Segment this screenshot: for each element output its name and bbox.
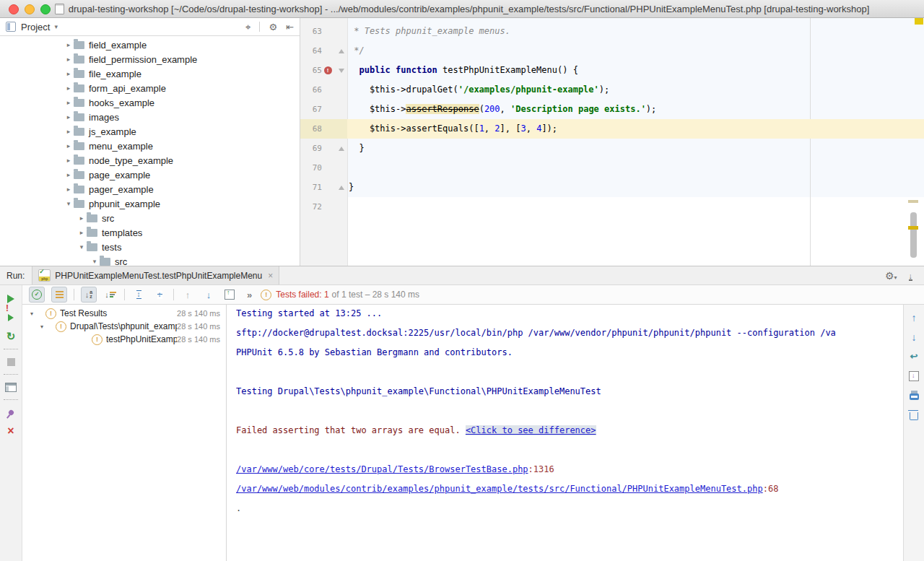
code-line[interactable]: 64 */ (300, 41, 924, 61)
chevron-right-icon[interactable]: ▸ (64, 171, 74, 178)
scroll-down-button[interactable]: ↓ (912, 331, 917, 342)
code-line[interactable]: 72 (300, 197, 924, 217)
code-line[interactable]: 65! public function testPhpUnitExampleMe… (300, 61, 924, 80)
project-tree-item[interactable]: ▸js_example (0, 124, 300, 139)
locate-file-button[interactable]: ⌖ (245, 22, 250, 32)
test-result-row[interactable]: ▾!Test Results28 s 140 ms (22, 307, 226, 320)
gear-icon[interactable]: ⚙ (269, 22, 277, 32)
close-window-button[interactable] (9, 4, 19, 14)
console-line: sftp://docker@drupaltest.docksal:2225/us… (236, 328, 903, 347)
project-item-label: src (102, 213, 114, 224)
test-console-output[interactable]: Testing started at 13:25 ...sftp://docke… (227, 305, 903, 561)
scroll-to-end-button[interactable] (909, 370, 919, 381)
project-tree-item[interactable]: ▸src (0, 211, 300, 225)
toggle-auto-test-button[interactable]: ↻ (0, 327, 22, 346)
fullscreen-window-button[interactable] (40, 4, 51, 14)
chevron-down-icon[interactable]: ▾ (54, 23, 58, 30)
project-tree-item[interactable]: ▸form_api_example (0, 81, 300, 95)
fold-start-icon[interactable] (339, 69, 344, 73)
gear-icon[interactable]: ⚙▾ (885, 271, 897, 281)
project-tree-item[interactable]: ▸page_example (0, 168, 300, 182)
code-line[interactable]: 67 $this->assertResponse(200, 'Descripti… (300, 100, 924, 119)
rerun-failed-tests-button[interactable]: ! (0, 308, 22, 327)
close-tab-icon[interactable]: × (268, 271, 273, 280)
code-editor[interactable]: 63 * Tests phpunit_example menus.64 */65… (300, 18, 924, 266)
sort-by-duration-button[interactable]: ↓ (103, 287, 118, 302)
project-tree-item[interactable]: ▸pager_example (0, 182, 300, 196)
project-tree-item[interactable]: ▾phpunit_example (0, 196, 300, 211)
chevron-right-icon[interactable]: ▸ (77, 229, 87, 236)
restore-layout-button[interactable] (0, 378, 22, 396)
chevron-right-icon[interactable]: ▸ (64, 157, 74, 164)
pin-tab-button[interactable] (0, 403, 22, 422)
project-tree-item[interactable]: ▸node_type_example (0, 153, 300, 168)
console-link[interactable]: <Click to see difference> (466, 425, 596, 435)
fold-end-icon[interactable] (339, 147, 344, 151)
code-line[interactable]: 71} (300, 178, 924, 197)
chevron-down-icon[interactable]: ▾ (27, 310, 37, 317)
open-results-in-editor-button[interactable] (222, 287, 237, 302)
hide-tool-window-button[interactable]: ↓ (909, 270, 913, 281)
folder-icon (100, 258, 110, 266)
rerun-button[interactable] (0, 290, 22, 308)
close-results-button[interactable]: × (0, 422, 22, 440)
code-line[interactable]: 63 * Tests phpunit_example menus. (300, 22, 924, 41)
collapse-all-button[interactable]: ↕ (152, 287, 167, 302)
project-tree-item[interactable]: ▸menu_example (0, 139, 300, 153)
editor-scrollbar-thumb[interactable] (910, 212, 917, 258)
chevron-right-icon[interactable]: ▸ (64, 186, 74, 193)
hide-panel-button[interactable]: ⇤ (286, 22, 294, 32)
project-tree-item[interactable]: ▾tests (0, 240, 300, 254)
chevron-down-icon[interactable]: ▾ (37, 323, 47, 330)
chevron-down-icon[interactable]: ▾ (90, 258, 100, 265)
test-failed-gutter-icon[interactable]: ! (324, 66, 332, 74)
error-stripe-deprecation-mark[interactable] (908, 200, 918, 203)
code-line[interactable]: 66 $this->drupalGet('/examples/phpunit-e… (300, 80, 924, 100)
sort-alphabetically-toggle[interactable]: ↓az (81, 287, 97, 303)
project-tree-item[interactable]: ▸field_example (0, 38, 300, 52)
run-tab[interactable]: ✓ PHPUnitExampleMenuTest.testPhpUnitExam… (32, 266, 279, 284)
project-tree-item[interactable]: ▸file_example (0, 66, 300, 81)
clear-all-button[interactable] (910, 409, 918, 420)
project-tree-item[interactable]: ▾src (0, 254, 300, 266)
code-line[interactable]: 68 $this->assertEquals([1, 2], [3, 4]); (300, 119, 924, 139)
project-tree-item[interactable]: ▸templates (0, 225, 300, 240)
project-tree-item[interactable]: ▸images (0, 110, 300, 124)
chevron-down-icon[interactable]: ▾ (64, 200, 74, 207)
code-line[interactable]: 69 } (300, 139, 924, 158)
show-ignored-toggle[interactable] (51, 287, 67, 303)
minimize-window-button[interactable] (25, 4, 35, 14)
chevron-right-icon[interactable]: ▸ (64, 56, 74, 63)
chevron-right-icon[interactable]: ▸ (64, 113, 74, 121)
chevron-right-icon[interactable]: ▸ (64, 70, 74, 77)
test-result-row[interactable]: !testPhpUnitExampleMenu28 s 140 ms (22, 333, 226, 346)
fold-end-icon[interactable] (339, 49, 344, 53)
folder-icon (74, 200, 84, 208)
expand-all-button[interactable]: ↕ (131, 287, 146, 302)
project-tree-item[interactable]: ▸hooks_example (0, 95, 300, 110)
hide-passed-toggle[interactable]: ✓ (29, 287, 45, 303)
chevron-right-icon[interactable]: ▸ (64, 142, 74, 149)
print-button[interactable] (910, 390, 919, 401)
scroll-up-button[interactable]: ↑ (912, 312, 917, 323)
next-failed-test-button[interactable]: ↓ (201, 287, 216, 302)
test-result-row[interactable]: ▾!Drupal\Tests\phpunit_example\Functiona… (22, 320, 226, 333)
chevron-right-icon[interactable]: ▸ (64, 84, 74, 92)
console-link[interactable]: /var/www/web/modules/contrib/examples/ph… (236, 484, 763, 494)
soft-wrap-toggle[interactable]: ↩ (910, 351, 918, 362)
error-stripe-warning-indicator[interactable] (915, 18, 923, 25)
tests-count-duration: of 1 test – 28 s 140 ms (332, 290, 419, 300)
error-stripe-warning-mark[interactable] (908, 226, 918, 230)
chevron-right-icon[interactable]: ▸ (64, 41, 74, 48)
more-toolbar-chevrons[interactable]: » (247, 290, 252, 300)
project-tree-item[interactable]: ▸field_permission_example (0, 52, 300, 66)
console-link[interactable]: /var/www/web/core/tests/Drupal/Tests/Bro… (236, 464, 528, 474)
code-line[interactable]: 70 (300, 158, 924, 178)
fold-end-icon[interactable] (339, 186, 344, 190)
chevron-right-icon[interactable]: ▸ (64, 128, 74, 135)
chevron-right-icon[interactable]: ▸ (77, 214, 87, 222)
chevron-right-icon[interactable]: ▸ (64, 99, 74, 106)
tests-failed-status: Tests failed: 1 (276, 290, 328, 300)
chevron-down-icon[interactable]: ▾ (77, 243, 87, 251)
folder-icon (74, 70, 84, 78)
